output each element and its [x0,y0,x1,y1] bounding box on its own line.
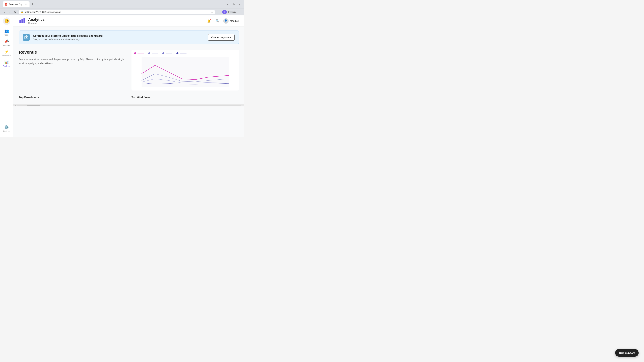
legend-item-2 [148,52,158,54]
header-left: Analytics Revenue [19,17,44,24]
forward-button[interactable]: › [8,10,12,14]
legend-dot-1 [134,52,136,54]
app-container: 😊 👥 People 📣 Campaigns ⚡ Workflows 📊 Ana… [0,15,244,137]
page-body: Connect your store to unlock Drip's resu… [14,26,244,104]
revenue-title: Revenue [19,50,126,55]
legend-dot-4 [176,52,178,54]
legend-line-4 [180,53,186,53]
user-profile[interactable]: 👤 Moodjoy [223,18,239,24]
app-header: Analytics Revenue 🔔 🔍 👤 Moodjoy [14,15,244,26]
legend-item-4 [176,52,186,54]
connect-store-button[interactable]: Connect my store [208,34,234,40]
banner-icon [23,34,30,41]
scroll-right-arrow[interactable]: › [241,104,243,107]
sidebar-label-analytics: Analytics [3,65,10,67]
connect-store-banner: Connect your store to unlock Drip's resu… [19,30,239,44]
header-right: 🔔 🔍 👤 Moodjoy [206,18,239,24]
workflows-icon: ⚡ [4,50,9,54]
window-minimize-button[interactable]: − [226,2,230,7]
secure-icon: 🔒 [21,11,23,13]
bottom-row: Top Broadcasts Top Workflows [19,96,239,100]
nav-buttons: ‹ › ↻ [2,10,18,14]
tab-bar: D Revenue - Drip ✕ + [3,1,35,7]
revenue-section: Revenue See your total store revenue and… [19,50,239,90]
scroll-track[interactable] [17,105,241,106]
sidebar-item-workflows[interactable]: ⚡ Workflows [1,48,13,58]
campaigns-icon: 📣 [4,39,9,43]
chart-legend [134,52,236,54]
legend-dot-2 [148,52,150,54]
page-icon [19,17,26,24]
tab-close-button[interactable]: ✕ [24,3,28,6]
top-workflows-section: Top Workflows [132,96,239,100]
window-maximize-button[interactable]: ⧉ [232,2,236,7]
window-close-button[interactable]: ✕ [238,2,242,7]
settings-icon: ⚙️ [4,125,9,129]
logo-icon: 😊 [4,19,9,23]
reload-button[interactable]: ↻ [13,10,18,14]
sidebar-label-workflows: Workflows [2,55,11,57]
address-bar-row: ‹ › ↻ 🔒 getdrip.com/7641396/reports/reve… [0,9,244,15]
sidebar-logo[interactable]: 😊 [3,17,10,25]
url-text: getdrip.com/7641396/reports/revenue [25,11,210,13]
svg-rect-0 [20,20,21,23]
browser-extensions-button[interactable]: ⋮ [216,10,221,14]
revenue-description: Revenue See your total store revenue and… [19,50,126,65]
tab-favicon: D [5,3,8,6]
browser-actions: ⋮ I Incognito ⋮ [216,10,242,14]
new-tab-button[interactable]: + [30,2,35,7]
browser-chrome: D Revenue - Drip ✕ + − ⧉ ✕ [0,0,244,9]
back-button[interactable]: ‹ [2,10,7,14]
active-tab[interactable]: D Revenue - Drip ✕ [3,1,30,7]
sidebar-label-campaigns: Campaigns [2,44,12,46]
revenue-chart [132,50,239,90]
svg-rect-4 [26,37,27,38]
header-title-group: Analytics Revenue [28,17,44,24]
scroll-left-arrow[interactable]: ‹ [15,104,17,107]
main-content: Analytics Revenue 🔔 🔍 👤 Moodjoy [14,15,244,137]
legend-line-3 [166,53,172,53]
revenue-body-text: See your total store revenue and the per… [19,57,126,65]
sidebar-item-campaigns[interactable]: 📣 Campaigns [1,38,13,48]
browser-profile[interactable]: I Incognito [222,10,236,14]
browser-menu-button[interactable]: ⋮ [238,10,242,14]
banner-text: Connect your store to unlock Drip's resu… [33,34,204,40]
top-broadcasts-title: Top Broadcasts [19,96,126,100]
analytics-icon: 📊 [4,60,9,64]
legend-line-1 [138,53,144,53]
top-workflows-title: Top Workflows [132,96,239,100]
horizontal-scrollbar[interactable]: ‹ › [14,104,244,106]
notifications-button[interactable]: 🔔 [206,18,212,24]
chart-svg-container [134,57,236,88]
profile-avatar: I [222,10,227,14]
svg-rect-5 [142,57,229,87]
svg-rect-1 [22,19,23,23]
scroll-thumb[interactable] [27,105,40,106]
username: Moodjoy [230,19,239,22]
address-field[interactable]: 🔒 getdrip.com/7641396/reports/revenue ☆ [19,10,215,14]
incognito-label: Incognito [228,11,236,13]
sidebar: 😊 👥 People 📣 Campaigns ⚡ Workflows 📊 Ana… [0,15,14,137]
legend-dot-3 [162,52,164,54]
svg-rect-2 [24,18,25,23]
sidebar-item-people[interactable]: 👥 People [1,27,13,37]
search-button[interactable]: 🔍 [214,18,220,24]
notification-badge [210,18,211,20]
user-avatar: 👤 [223,18,228,24]
window-controls: − ⧉ ✕ [226,2,242,7]
page-title: Analytics [28,17,44,22]
banner-title: Connect your store to unlock Drip's resu… [33,34,204,37]
sidebar-label-settings: Settings [3,130,10,132]
legend-line-2 [152,53,158,53]
sidebar-label-people: People [4,34,10,36]
tab-title: Revenue - Drip [9,3,23,5]
top-broadcasts-section: Top Broadcasts [19,96,126,100]
sidebar-item-analytics[interactable]: 📊 Analytics [1,59,13,68]
page-subtitle: Revenue [28,22,44,24]
sidebar-item-settings[interactable]: ⚙️ Settings [1,124,13,133]
legend-item-3 [162,52,172,54]
banner-subtitle: See your store performance in a whole ne… [33,38,204,40]
people-icon: 👥 [4,29,9,33]
legend-item-1 [134,52,144,54]
bookmark-icon[interactable]: ☆ [211,11,213,13]
